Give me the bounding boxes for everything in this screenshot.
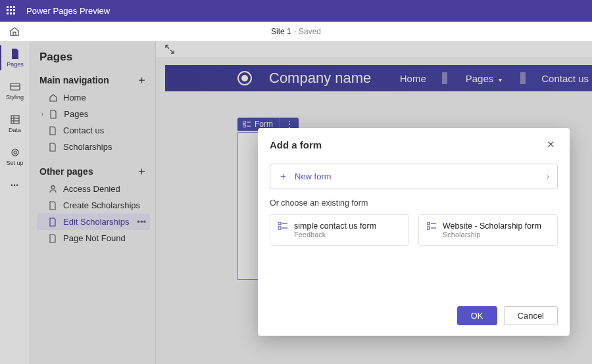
svg-rect-0 [11,83,20,90]
form-icon [278,222,287,230]
section-header-other: Other pages ＋ [37,166,150,177]
svg-rect-17 [427,222,430,225]
rail-label: Pages [7,61,24,68]
cancel-button[interactable]: Cancel [504,306,558,325]
sidebar-item-not-found[interactable]: Page Not Found [37,230,150,246]
sidebar-item-label: Page Not Found [63,233,126,243]
sidebar-item-label: Edit Scholarships [63,217,129,227]
sidebar-item-contact[interactable]: Contact us [37,122,150,139]
home-icon [49,93,58,102]
plus-icon: ＋ [278,170,288,183]
svg-rect-2 [11,116,19,124]
sidebar-item-label: Create Scholarships [63,200,140,210]
form-entity: Feedback [294,231,376,239]
sidebar-item-label: Contact us [63,125,104,135]
chevron-down-icon: ▾ [496,76,505,83]
svg-rect-9 [243,121,245,124]
add-page-button[interactable]: ＋ [136,74,147,85]
form-name: simple contact us form [294,221,376,231]
ok-button[interactable]: OK [457,306,497,325]
sidebar: Pages Main navigation ＋ Home › Pages Con… [30,41,156,364]
choose-existing-label: Or choose an existing form [270,198,558,208]
modal-body: ＋ New form › Or choose an existing form … [258,161,570,298]
rail-item-data[interactable]: Data [0,111,30,136]
page-icon [49,126,58,135]
new-form-label: New form [295,171,547,181]
site-header: Company name Home Pages▾ Contact us [165,65,592,91]
svg-rect-11 [243,125,245,127]
form-icon [243,121,251,127]
section-title: Other pages [39,166,93,177]
modal-title: Add a form [270,139,322,150]
close-icon[interactable]: ✕ [544,137,558,152]
sidebar-item-pages[interactable]: › Pages [37,106,150,122]
section-title: Main navigation [39,75,109,85]
home-icon[interactable] [9,26,20,37]
add-page-button[interactable]: ＋ [136,166,147,177]
sidebar-item-home[interactable]: Home [37,89,150,106]
sidebar-item-scholarships[interactable]: Scholarships [37,139,150,155]
sidebar-item-access-denied[interactable]: Access Denied [37,181,150,197]
page-icon [49,143,58,152]
nav-divider [442,72,447,84]
page-icon [49,110,59,119]
more-icon[interactable]: ••• [137,217,146,227]
titlebar: Power Pages Preview [0,0,592,22]
page-icon [49,201,58,210]
rail-item-setup[interactable]: Set up [0,144,30,169]
existing-form-card[interactable]: Website - Scholarship form Scholarship [418,214,558,246]
nav-divider [520,72,526,84]
existing-form-card[interactable]: simple contact us form Feedback [270,214,409,246]
data-icon [9,114,21,125]
logo-icon[interactable] [237,71,252,85]
main-nav-list: Home › Pages Contact us Scholarships [37,89,150,155]
existing-forms: simple contact us form Feedback Website … [270,214,558,246]
save-state: - Saved [294,27,321,36]
add-form-modal: Add a form ✕ ＋ New form › Or choose an e… [258,128,570,336]
page-icon [49,234,58,243]
site-nav: Home Pages▾ Contact us [397,72,591,84]
page-icon [9,48,21,60]
form-entity: Scholarship [443,231,541,239]
form-name: Website - Scholarship form [443,221,541,231]
sidebar-item-edit-scholarships[interactable]: Edit Scholarships ••• [37,214,150,230]
form-icon [427,222,436,230]
modal-footer: OK Cancel [258,298,570,336]
sidebar-item-label: Pages [64,109,88,119]
app-title: Power Pages Preview [26,6,110,16]
modal-header: Add a form ✕ [258,128,570,161]
expand-icon[interactable] [165,45,174,54]
chevron-right-icon[interactable]: › [41,110,43,118]
rail-label: Data [9,127,21,133]
palette-icon [9,81,21,93]
waffle-icon[interactable] [7,6,17,16]
other-nav-list: Access Denied Create Scholarships Edit S… [37,181,150,246]
section-header-main: Main navigation ＋ [37,74,150,85]
rail-label: Set up [6,160,23,166]
sidebar-item-label: Scholarships [63,142,112,152]
svg-point-7 [14,151,16,154]
sidebar-item-create-scholarships[interactable]: Create Scholarships [37,197,150,214]
nav-contact[interactable]: Contact us [539,73,591,84]
new-form-button[interactable]: ＋ New form › [270,164,558,189]
rail-item-styling[interactable]: Styling [0,78,30,103]
more-icon: ••• [9,179,21,191]
sidebar-item-label: Home [63,93,86,102]
person-icon [49,185,58,193]
rail: Pages Styling Data Set up [0,41,30,364]
svg-point-8 [51,186,55,189]
svg-point-6 [12,149,18,156]
svg-rect-19 [427,227,430,229]
statusbar: Site 1 - Saved [0,22,592,41]
rail-item-pages[interactable]: Pages [0,45,30,70]
svg-rect-15 [278,227,281,229]
gear-icon [9,147,21,158]
form-tag-label: Form [255,120,273,129]
company-name[interactable]: Company name [269,70,380,87]
chevron-right-icon: › [547,171,549,181]
nav-pages[interactable]: Pages▾ [460,73,508,84]
nav-home[interactable]: Home [397,73,429,84]
rail-item-more[interactable]: ••• [0,177,30,194]
rail-label: Styling [6,94,24,101]
page-icon [49,217,58,227]
